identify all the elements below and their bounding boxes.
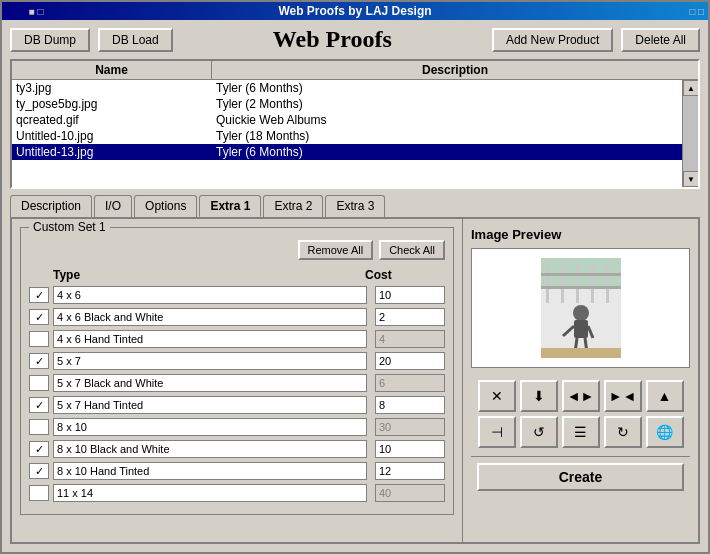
product-row (29, 484, 445, 502)
table-cell-desc: Tyler (18 Months) (212, 128, 682, 144)
product-row (29, 308, 445, 326)
rotate-right-icon[interactable]: ↻ (604, 416, 642, 448)
table-cell-name: ty_pose5bg.jpg (12, 96, 212, 112)
top-buttons: Remove All Check All (29, 240, 445, 260)
svg-rect-10 (574, 320, 588, 338)
custom-set-label: Custom Set 1 (29, 220, 110, 234)
product-checkbox[interactable] (29, 331, 49, 347)
product-checkbox[interactable] (29, 397, 49, 413)
tab-description[interactable]: Description (10, 195, 92, 217)
table-row[interactable]: qcreated.gifQuickie Web Albums (12, 112, 682, 128)
left-right-arrow-icon[interactable]: ◄► (562, 380, 600, 412)
table-row[interactable]: ty_pose5bg.jpgTyler (2 Months) (12, 96, 682, 112)
product-checkbox[interactable] (29, 287, 49, 303)
product-checkbox[interactable] (29, 309, 49, 325)
scroll-up-btn[interactable]: ▲ (683, 80, 698, 96)
type-col-header: Type (53, 268, 357, 282)
tab-extra-3[interactable]: Extra 3 (325, 195, 385, 217)
left-panel: Custom Set 1 Remove All Check All Type C… (12, 219, 463, 542)
product-cost-input[interactable] (375, 462, 445, 480)
product-type-input[interactable] (53, 484, 367, 502)
file-table: Name Description ty3.jpgTyler (6 Months)… (10, 59, 700, 189)
image-preview-label: Image Preview (471, 227, 690, 242)
icon-row-2: ⊣ ↺ ☰ ↻ 🌐 (471, 416, 690, 448)
product-type-input[interactable] (53, 286, 367, 304)
svg-rect-2 (546, 263, 549, 303)
left-bracket-icon[interactable]: ⊣ (478, 416, 516, 448)
product-row (29, 286, 445, 304)
title-bar: ■ □ Web Proofs by LAJ Design □ □ (2, 2, 708, 20)
custom-set-box: Custom Set 1 Remove All Check All Type C… (20, 227, 454, 515)
product-cost-input[interactable] (375, 286, 445, 304)
product-rows (29, 286, 445, 502)
product-cost-input[interactable] (375, 352, 445, 370)
window-title: Web Proofs by LAJ Design (66, 4, 644, 18)
product-checkbox[interactable] (29, 375, 49, 391)
product-row (29, 462, 445, 480)
cost-col-header: Cost (365, 268, 445, 282)
product-type-input[interactable] (53, 462, 367, 480)
product-cost-input[interactable] (375, 418, 445, 436)
product-row (29, 440, 445, 458)
icon-row-1: ✕ ⬇ ◄► ►◄ ▲ (471, 380, 690, 412)
tab-options[interactable]: Options (134, 195, 197, 217)
product-type-input[interactable] (53, 330, 367, 348)
main-window: ■ □ Web Proofs by LAJ Design □ □ DB Dump… (0, 0, 710, 554)
svg-rect-15 (541, 348, 621, 358)
lines-icon[interactable]: ☰ (562, 416, 600, 448)
product-cost-input[interactable] (375, 396, 445, 414)
svg-rect-4 (576, 263, 579, 303)
product-checkbox[interactable] (29, 485, 49, 501)
check-all-button[interactable]: Check All (379, 240, 445, 260)
product-checkbox[interactable] (29, 419, 49, 435)
download-icon[interactable]: ⬇ (520, 380, 558, 412)
tab-i/o[interactable]: I/O (94, 195, 132, 217)
table-row[interactable]: Untitled-13.jpgTyler (6 Months) (12, 144, 682, 160)
svg-rect-6 (606, 263, 609, 303)
add-new-product-button[interactable]: Add New Product (492, 28, 613, 52)
table-row[interactable]: Untitled-10.jpgTyler (18 Months) (12, 128, 682, 144)
col-headers: Type Cost (29, 268, 445, 282)
svg-rect-8 (541, 286, 621, 289)
tab-extra-1[interactable]: Extra 1 (199, 195, 261, 217)
product-row (29, 330, 445, 348)
product-cost-input[interactable] (375, 440, 445, 458)
globe-icon[interactable]: 🌐 (646, 416, 684, 448)
scroll-down-btn[interactable]: ▼ (683, 171, 698, 187)
delete-all-button[interactable]: Delete All (621, 28, 700, 52)
up-arrow-icon[interactable]: ▲ (646, 380, 684, 412)
create-button[interactable]: Create (477, 463, 684, 491)
product-type-input[interactable] (53, 396, 367, 414)
product-type-input[interactable] (53, 352, 367, 370)
table-scrollbar[interactable]: ▲ ▼ (682, 80, 698, 187)
product-type-input[interactable] (53, 418, 367, 436)
right-left-arrow-icon[interactable]: ►◄ (604, 380, 642, 412)
product-checkbox[interactable] (29, 441, 49, 457)
table-cell-desc: Tyler (2 Months) (212, 96, 682, 112)
product-cost-input[interactable] (375, 374, 445, 392)
product-type-input[interactable] (53, 440, 367, 458)
right-panel: Image Preview (463, 219, 698, 542)
product-cost-input[interactable] (375, 308, 445, 326)
table-cell-desc: Tyler (6 Months) (212, 144, 682, 160)
product-cost-input[interactable] (375, 330, 445, 348)
db-dump-button[interactable]: DB Dump (10, 28, 90, 52)
rotate-left-icon[interactable]: ↺ (520, 416, 558, 448)
tabs-bar: DescriptionI/OOptionsExtra 1Extra 2Extra… (10, 195, 700, 217)
preview-image (541, 258, 621, 358)
product-checkbox[interactable] (29, 463, 49, 479)
tab-extra-2[interactable]: Extra 2 (263, 195, 323, 217)
toolbar: DB Dump DB Load Web Proofs Add New Produ… (2, 20, 708, 59)
table-row[interactable]: ty3.jpgTyler (6 Months) (12, 80, 682, 96)
table-body: ty3.jpgTyler (6 Months)ty_pose5bg.jpgTyl… (12, 80, 682, 187)
product-type-input[interactable] (53, 308, 367, 326)
table-cell-name: Untitled-13.jpg (12, 144, 212, 160)
svg-point-9 (573, 305, 589, 321)
db-load-button[interactable]: DB Load (98, 28, 173, 52)
product-checkbox[interactable] (29, 353, 49, 369)
x-icon[interactable]: ✕ (478, 380, 516, 412)
app-title: Web Proofs (181, 26, 484, 53)
remove-all-button[interactable]: Remove All (298, 240, 374, 260)
product-cost-input[interactable] (375, 484, 445, 502)
product-type-input[interactable] (53, 374, 367, 392)
